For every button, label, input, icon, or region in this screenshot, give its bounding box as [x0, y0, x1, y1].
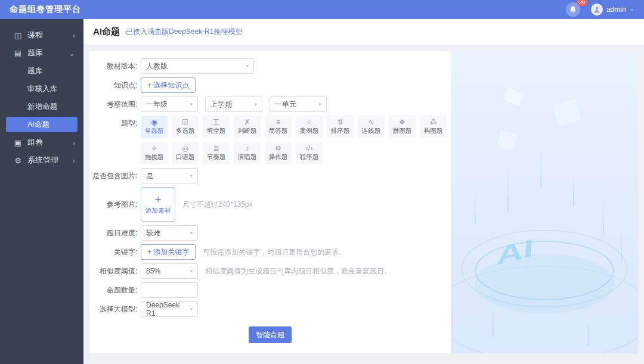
chevron-right-icon: ›	[73, 138, 75, 147]
type-tile-composition[interactable]: ⁂ 构图题	[420, 116, 447, 138]
paper-icon: ▣	[13, 138, 23, 147]
keywords-hint: 可按需添加关键字，时题目更符合您的要求。	[203, 244, 346, 260]
sidebar-item-ai-question[interactable]: AI命题	[6, 117, 78, 132]
similarity-hint: 相似度阈值为生成题目与库内题目相似度，避免重复题目。	[205, 263, 391, 279]
bell-icon	[569, 6, 577, 14]
sidebar: ◫ 课程 › ▤ 题库 ⌄ 题库 审核入库 新增命题 AI命题 ▣ 组卷 › ⚙…	[0, 19, 83, 364]
select-arrow-icon: ▾	[318, 101, 321, 107]
reference-image-label: 参考图片:	[89, 187, 141, 222]
sidebar-item-review-inbound[interactable]: 审核入库	[0, 80, 83, 98]
form-row-similarity: 相似度阈值: 85% ▾ 相似度阈值为生成题目与库内题目相似度，避免重复题目。	[89, 263, 451, 279]
similarity-select[interactable]: 85% ▾	[141, 263, 198, 279]
type-tile-puzzle[interactable]: ❖ 拼图题	[389, 116, 416, 138]
select-arrow-icon: ▾	[190, 173, 193, 179]
check-cross-icon: ✗	[244, 119, 250, 126]
form-row-model: 选择大模型: DeepSeek R1 ▾	[89, 301, 451, 317]
light-streak	[540, 147, 541, 188]
type-tile-ordering[interactable]: ⇅ 排序题	[327, 116, 354, 138]
select-arrow-icon: ▾	[190, 101, 193, 107]
add-material-button[interactable]: + 添加素材	[141, 187, 175, 222]
grade-select[interactable]: 一年级 ▾	[141, 97, 198, 112]
model-label: 选择大模型:	[89, 301, 141, 317]
light-streak	[475, 188, 476, 224]
topbar-right: 29 admin ⌄	[566, 2, 634, 17]
form-row-include-image: 是否包含图片: 是 ▾	[89, 168, 451, 183]
type-tile-short-answer[interactable]: ≡ 简答题	[265, 116, 292, 138]
type-tile-drag-drop[interactable]: ✛ 拖拽题	[141, 142, 168, 164]
select-knowledge-button[interactable]: + 选择知识点	[141, 77, 196, 93]
question-type-grid: ◉ 单选题 ☑ 多选题 工 填空题 ✗ 判断题	[141, 116, 448, 164]
similarity-label: 相似度阈值:	[89, 263, 141, 279]
music-note-icon: ♪	[246, 145, 249, 152]
form-row-keywords: 关键字: + 添加关键字 可按需添加关键字，时题目更符合您的要求。	[89, 244, 451, 260]
difficulty-select[interactable]: 较难 ▾	[141, 225, 198, 241]
chevron-right-icon: ›	[73, 31, 75, 40]
plus-icon: +	[155, 194, 162, 205]
person-icon	[593, 6, 600, 13]
model-select[interactable]: DeepSeek R1 ▾	[141, 301, 198, 317]
ibeam-icon: 工	[213, 119, 220, 126]
book-icon: ◫	[13, 31, 23, 40]
sidebar-item-paper-assembly[interactable]: ▣ 组卷 ›	[0, 133, 83, 151]
type-tile-true-false[interactable]: ✗ 判断题	[234, 116, 261, 138]
textbook-select[interactable]: 人教版 ▾	[141, 58, 254, 74]
include-image-select[interactable]: 是 ▾	[141, 168, 198, 183]
textbook-label: 教材版本:	[89, 58, 141, 74]
gear-icon: ⚙	[13, 156, 23, 165]
radio-icon: ◉	[151, 119, 157, 126]
sidebar-item-question-bank-group[interactable]: ▤ 题库 ⌄	[0, 44, 83, 62]
form-row-scope: 考察范围: 一年级 ▾ 上学期 ▾ 一单元 ▾	[89, 97, 451, 112]
unit-select[interactable]: 一单元 ▾	[270, 97, 327, 112]
content-area: 教材版本: 人教版 ▾ 知识点: + 选择知识点 考察范围: 一年级 ▾ 上学期	[83, 45, 644, 364]
ai-illustration: AI	[451, 51, 638, 353]
type-tile-operation[interactable]: ⚙ 操作题	[265, 142, 292, 164]
ai-question-form: 教材版本: 人教版 ▾ 知识点: + 选择知识点 考察范围: 一年级 ▾ 上学期	[89, 51, 451, 353]
select-arrow-icon: ▾	[190, 230, 193, 236]
type-tile-oral[interactable]: ◎ 口语题	[172, 142, 199, 164]
top-header: 命题组卷管理平台 29 admin ⌄	[0, 0, 644, 19]
user-menu[interactable]: admin ⌄	[591, 4, 634, 15]
select-arrow-icon: ▾	[254, 101, 257, 107]
type-tile-single-choice[interactable]: ◉ 单选题	[141, 116, 168, 138]
app-title: 命题组卷管理平台	[10, 4, 81, 15]
type-tile-fill-blank[interactable]: 工 填空题	[203, 116, 230, 138]
term-select[interactable]: 上学期 ▾	[205, 97, 262, 112]
sidebar-item-new-question[interactable]: 新增命题	[0, 98, 83, 116]
add-keyword-button[interactable]: + 添加关键字	[141, 244, 196, 260]
select-arrow-icon: ▾	[190, 268, 193, 274]
deco-shape	[553, 99, 581, 126]
knowledge-label: 知识点:	[89, 77, 141, 93]
type-tile-matching[interactable]: ∿ 连线题	[358, 116, 385, 138]
difficulty-label: 题目难度:	[89, 225, 141, 241]
deco-shape	[503, 87, 524, 107]
form-row-textbook: 教材版本: 人教版 ▾	[89, 58, 451, 74]
form-row-reference-image: 参考图片: + 添加素材 尺寸不超过240*135px	[89, 187, 451, 222]
type-tile-rhythm[interactable]: ≣ 节奏题	[203, 142, 230, 164]
sliders-icon: ≣	[213, 145, 219, 152]
reference-image-hint: 尺寸不超过240*135px	[182, 197, 252, 212]
sidebar-item-system-management[interactable]: ⚙ 系统管理 ›	[0, 151, 83, 169]
sidebar-item-courses[interactable]: ◫ 课程 ›	[0, 26, 83, 44]
type-tile-case-study[interactable]: ☆ 案例题	[296, 116, 323, 138]
chevron-right-icon: ›	[73, 156, 75, 165]
smart-generate-button[interactable]: 智能命题	[249, 326, 292, 343]
type-tile-singing[interactable]: ♪ 演唱题	[234, 142, 261, 164]
notification-button[interactable]: 29	[566, 2, 580, 17]
type-tile-programming[interactable]: ‹/› 程序题	[296, 142, 323, 164]
quantity-input[interactable]	[141, 282, 198, 298]
sidebar-item-question-bank[interactable]: 题库	[0, 62, 83, 80]
type-tile-multi-choice[interactable]: ☑ 多选题	[172, 116, 199, 138]
tree-icon: ⁂	[430, 119, 437, 126]
puzzle-icon: ❖	[399, 119, 405, 126]
page-title: AI命题	[93, 26, 120, 38]
tool-icon: ⚙	[275, 145, 281, 152]
form-row-difficulty: 题目难度: 较难 ▾	[89, 225, 451, 241]
lines-icon: ≡	[276, 119, 280, 126]
page-header: AI命题 已接入满血版DeepSeek-R1推理模型	[83, 19, 644, 45]
quantity-label: 命题数量:	[89, 282, 141, 298]
types-label: 题型:	[89, 116, 141, 164]
form-row-knowledge: 知识点: + 选择知识点	[89, 77, 451, 93]
star-icon: ☆	[306, 119, 312, 126]
checkbox-icon: ☑	[182, 119, 188, 126]
form-row-types: 题型: ◉ 单选题 ☑ 多选题 工 填空题 ✗	[89, 116, 451, 164]
